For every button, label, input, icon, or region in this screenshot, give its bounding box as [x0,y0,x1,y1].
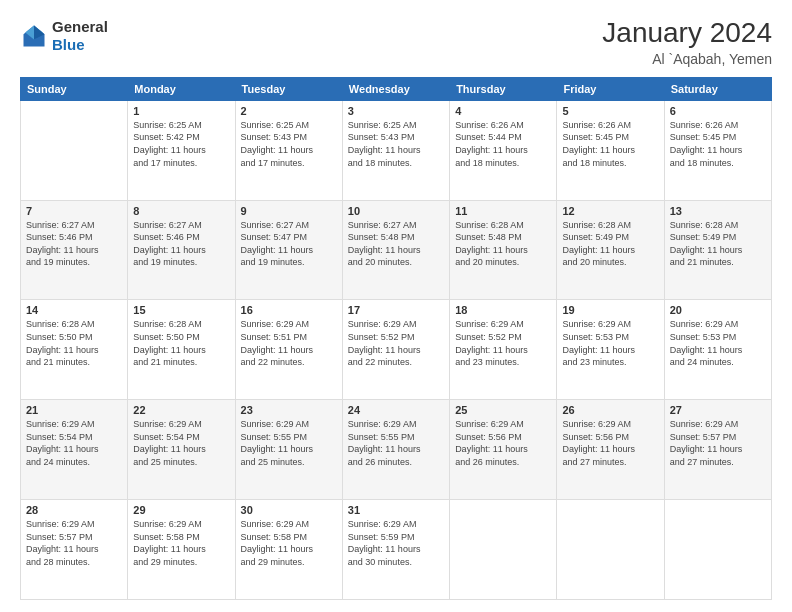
calendar-cell: 28Sunrise: 6:29 AM Sunset: 5:57 PM Dayli… [21,500,128,600]
day-number: 31 [348,504,444,516]
day-header-friday: Friday [557,77,664,100]
day-header-monday: Monday [128,77,235,100]
day-header-sunday: Sunday [21,77,128,100]
day-number: 23 [241,404,337,416]
day-info: Sunrise: 6:29 AM Sunset: 5:56 PM Dayligh… [562,418,658,468]
day-info: Sunrise: 6:29 AM Sunset: 5:52 PM Dayligh… [455,318,551,368]
calendar-cell: 17Sunrise: 6:29 AM Sunset: 5:52 PM Dayli… [342,300,449,400]
calendar-cell: 12Sunrise: 6:28 AM Sunset: 5:49 PM Dayli… [557,200,664,300]
calendar-cell: 7Sunrise: 6:27 AM Sunset: 5:46 PM Daylig… [21,200,128,300]
day-info: Sunrise: 6:29 AM Sunset: 5:51 PM Dayligh… [241,318,337,368]
calendar-cell: 1Sunrise: 6:25 AM Sunset: 5:42 PM Daylig… [128,100,235,200]
day-header-saturday: Saturday [664,77,771,100]
calendar-cell [664,500,771,600]
calendar-cell: 18Sunrise: 6:29 AM Sunset: 5:52 PM Dayli… [450,300,557,400]
day-number: 27 [670,404,766,416]
day-number: 26 [562,404,658,416]
logo-icon [20,22,48,50]
day-info: Sunrise: 6:27 AM Sunset: 5:46 PM Dayligh… [133,219,229,269]
day-info: Sunrise: 6:27 AM Sunset: 5:46 PM Dayligh… [26,219,122,269]
calendar-cell: 31Sunrise: 6:29 AM Sunset: 5:59 PM Dayli… [342,500,449,600]
day-number: 16 [241,304,337,316]
day-info: Sunrise: 6:25 AM Sunset: 5:43 PM Dayligh… [348,119,444,169]
week-row-1: 1Sunrise: 6:25 AM Sunset: 5:42 PM Daylig… [21,100,772,200]
calendar-cell: 9Sunrise: 6:27 AM Sunset: 5:47 PM Daylig… [235,200,342,300]
day-info: Sunrise: 6:29 AM Sunset: 5:54 PM Dayligh… [133,418,229,468]
calendar-header-row: SundayMondayTuesdayWednesdayThursdayFrid… [21,77,772,100]
day-number: 22 [133,404,229,416]
day-number: 29 [133,504,229,516]
calendar-table: SundayMondayTuesdayWednesdayThursdayFrid… [20,77,772,600]
day-number: 14 [26,304,122,316]
day-info: Sunrise: 6:25 AM Sunset: 5:43 PM Dayligh… [241,119,337,169]
day-number: 28 [26,504,122,516]
day-info: Sunrise: 6:28 AM Sunset: 5:48 PM Dayligh… [455,219,551,269]
day-number: 2 [241,105,337,117]
calendar-cell: 23Sunrise: 6:29 AM Sunset: 5:55 PM Dayli… [235,400,342,500]
calendar-cell: 6Sunrise: 6:26 AM Sunset: 5:45 PM Daylig… [664,100,771,200]
day-info: Sunrise: 6:27 AM Sunset: 5:48 PM Dayligh… [348,219,444,269]
calendar-cell [557,500,664,600]
day-number: 25 [455,404,551,416]
day-number: 21 [26,404,122,416]
day-number: 17 [348,304,444,316]
calendar-cell: 15Sunrise: 6:28 AM Sunset: 5:50 PM Dayli… [128,300,235,400]
day-number: 6 [670,105,766,117]
location: Al `Aqabah, Yemen [602,51,772,67]
day-info: Sunrise: 6:28 AM Sunset: 5:50 PM Dayligh… [133,318,229,368]
day-info: Sunrise: 6:29 AM Sunset: 5:58 PM Dayligh… [133,518,229,568]
calendar-cell: 2Sunrise: 6:25 AM Sunset: 5:43 PM Daylig… [235,100,342,200]
day-info: Sunrise: 6:29 AM Sunset: 5:53 PM Dayligh… [562,318,658,368]
week-row-3: 14Sunrise: 6:28 AM Sunset: 5:50 PM Dayli… [21,300,772,400]
calendar-cell: 22Sunrise: 6:29 AM Sunset: 5:54 PM Dayli… [128,400,235,500]
calendar-cell: 19Sunrise: 6:29 AM Sunset: 5:53 PM Dayli… [557,300,664,400]
day-number: 19 [562,304,658,316]
day-info: Sunrise: 6:27 AM Sunset: 5:47 PM Dayligh… [241,219,337,269]
calendar-cell: 24Sunrise: 6:29 AM Sunset: 5:55 PM Dayli… [342,400,449,500]
day-info: Sunrise: 6:26 AM Sunset: 5:45 PM Dayligh… [670,119,766,169]
day-number: 5 [562,105,658,117]
day-number: 10 [348,205,444,217]
month-year: January 2024 [602,18,772,49]
calendar-cell: 5Sunrise: 6:26 AM Sunset: 5:45 PM Daylig… [557,100,664,200]
calendar-cell: 4Sunrise: 6:26 AM Sunset: 5:44 PM Daylig… [450,100,557,200]
calendar-cell: 20Sunrise: 6:29 AM Sunset: 5:53 PM Dayli… [664,300,771,400]
day-info: Sunrise: 6:26 AM Sunset: 5:44 PM Dayligh… [455,119,551,169]
day-number: 18 [455,304,551,316]
calendar-cell: 30Sunrise: 6:29 AM Sunset: 5:58 PM Dayli… [235,500,342,600]
day-info: Sunrise: 6:29 AM Sunset: 5:58 PM Dayligh… [241,518,337,568]
week-row-5: 28Sunrise: 6:29 AM Sunset: 5:57 PM Dayli… [21,500,772,600]
day-info: Sunrise: 6:29 AM Sunset: 5:59 PM Dayligh… [348,518,444,568]
day-number: 7 [26,205,122,217]
day-number: 12 [562,205,658,217]
day-number: 15 [133,304,229,316]
day-info: Sunrise: 6:29 AM Sunset: 5:57 PM Dayligh… [670,418,766,468]
title-block: January 2024 Al `Aqabah, Yemen [602,18,772,67]
day-info: Sunrise: 6:29 AM Sunset: 5:53 PM Dayligh… [670,318,766,368]
calendar-cell: 29Sunrise: 6:29 AM Sunset: 5:58 PM Dayli… [128,500,235,600]
day-number: 4 [455,105,551,117]
calendar-cell [21,100,128,200]
day-header-thursday: Thursday [450,77,557,100]
day-info: Sunrise: 6:29 AM Sunset: 5:52 PM Dayligh… [348,318,444,368]
calendar-cell: 14Sunrise: 6:28 AM Sunset: 5:50 PM Dayli… [21,300,128,400]
day-header-wednesday: Wednesday [342,77,449,100]
day-info: Sunrise: 6:28 AM Sunset: 5:50 PM Dayligh… [26,318,122,368]
page: General Blue January 2024 Al `Aqabah, Ye… [0,0,792,612]
day-number: 1 [133,105,229,117]
day-info: Sunrise: 6:29 AM Sunset: 5:55 PM Dayligh… [348,418,444,468]
day-number: 13 [670,205,766,217]
day-number: 11 [455,205,551,217]
day-number: 24 [348,404,444,416]
day-info: Sunrise: 6:28 AM Sunset: 5:49 PM Dayligh… [562,219,658,269]
calendar-cell [450,500,557,600]
calendar-cell: 8Sunrise: 6:27 AM Sunset: 5:46 PM Daylig… [128,200,235,300]
calendar-cell: 11Sunrise: 6:28 AM Sunset: 5:48 PM Dayli… [450,200,557,300]
header: General Blue January 2024 Al `Aqabah, Ye… [20,18,772,67]
logo: General Blue [20,18,108,54]
calendar-cell: 27Sunrise: 6:29 AM Sunset: 5:57 PM Dayli… [664,400,771,500]
calendar-cell: 10Sunrise: 6:27 AM Sunset: 5:48 PM Dayli… [342,200,449,300]
day-info: Sunrise: 6:28 AM Sunset: 5:49 PM Dayligh… [670,219,766,269]
calendar-cell: 25Sunrise: 6:29 AM Sunset: 5:56 PM Dayli… [450,400,557,500]
day-info: Sunrise: 6:25 AM Sunset: 5:42 PM Dayligh… [133,119,229,169]
